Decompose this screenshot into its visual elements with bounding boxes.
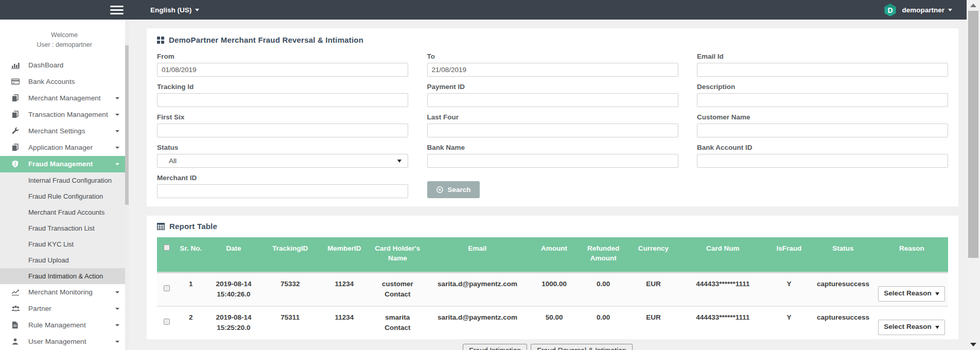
scrollbar-thumb[interactable] xyxy=(968,11,978,258)
cell-status: capturesuccess xyxy=(811,306,875,339)
chevron-down-icon xyxy=(935,292,939,295)
email-id-input[interactable] xyxy=(697,63,948,77)
bank-account-id-input[interactable] xyxy=(697,154,948,168)
table-row: 2 2019-08-14 15:25:20.0 75311 11234 smar… xyxy=(157,306,948,339)
last-four-input[interactable] xyxy=(427,124,678,137)
col-currency: Currency xyxy=(628,237,678,272)
to-input[interactable] xyxy=(427,63,678,77)
sidebar-item-label: Bank Accounts xyxy=(28,78,75,85)
from-input[interactable] xyxy=(157,63,408,77)
status-select[interactable]: All xyxy=(157,154,408,168)
fraud-reversal-intimation-button[interactable]: Fraud Reversal & Intimation xyxy=(531,344,633,350)
cell-status: capturesuccess xyxy=(811,272,875,306)
customer-name-label: Customer Name xyxy=(697,113,948,121)
sidebar-item-dashboard[interactable]: DashBoard xyxy=(0,57,129,74)
scroll-up-arrow-icon[interactable] xyxy=(970,4,976,7)
chevron-down-icon xyxy=(115,147,119,149)
language-selector[interactable]: English (US) xyxy=(150,6,199,14)
cell-amount: 50.00 xyxy=(530,306,579,339)
reason-select[interactable]: Select Reason xyxy=(878,320,945,335)
sidebar-item-label: User Management xyxy=(28,338,86,345)
bar-chart-icon xyxy=(11,61,21,69)
reason-select[interactable]: Select Reason xyxy=(878,286,945,302)
cell-sr-no: 1 xyxy=(177,272,205,306)
chevron-down-icon xyxy=(115,130,119,132)
cell-date: 2019-08-14 15:25:20.0 xyxy=(205,306,262,339)
sidebar-item-merchant-monitoring[interactable]: Merchant Monitoring xyxy=(0,284,129,301)
tracking-id-input[interactable] xyxy=(157,93,408,107)
chevron-down-icon xyxy=(195,9,199,11)
sidebar-scrollbar[interactable] xyxy=(125,20,129,350)
cell-card-num: 444433******1111 xyxy=(678,306,767,339)
chevron-down-icon xyxy=(115,341,119,343)
sidebar-item-rule-management[interactable]: Rule Management xyxy=(0,317,129,334)
select-all-checkbox[interactable] xyxy=(164,244,170,251)
bank-account-id-label: Bank Account ID xyxy=(697,144,948,151)
hamburger-menu-icon[interactable] xyxy=(110,4,124,16)
sidebar-item-label: Partner xyxy=(28,305,51,312)
sidebar-subitem-merchant-fraud-accounts[interactable]: Merchant Fraud Accounts xyxy=(0,204,129,220)
field-to: To xyxy=(427,52,678,77)
select-all-header xyxy=(157,237,177,272)
col-status: Status xyxy=(811,237,875,272)
username-label: demopartner xyxy=(902,6,944,14)
cell-date: 2019-08-14 15:40:26.0 xyxy=(205,272,262,306)
merchant-id-input[interactable] xyxy=(157,184,408,198)
cell-member-id: 11234 xyxy=(319,306,370,339)
field-last-four: Last Four xyxy=(427,113,678,137)
sidebar-item-bank-accounts[interactable]: Bank Accounts xyxy=(0,74,129,90)
customer-name-input[interactable] xyxy=(697,124,948,137)
scroll-down-arrow-icon[interactable] xyxy=(970,343,976,346)
cell-is-fraud: Y xyxy=(767,272,811,306)
first-six-input[interactable] xyxy=(157,124,408,137)
report-table-title: Report Table xyxy=(157,222,948,231)
status-label: Status xyxy=(157,144,408,151)
search-button[interactable]: Search xyxy=(427,181,480,198)
sidebar-subitem-internal-fraud-configuration[interactable]: Internal Fraud Configuration xyxy=(0,172,129,188)
sidebar-scrollbar-thumb[interactable] xyxy=(125,45,129,205)
payment-id-input[interactable] xyxy=(427,93,678,107)
language-label: English (US) xyxy=(150,6,191,14)
fraud-intimation-button[interactable]: Fraud Intimation xyxy=(463,344,527,350)
sidebar-item-partner[interactable]: Partner xyxy=(0,301,129,317)
cell-refunded-amount: 0.00 xyxy=(579,272,628,306)
sidebar-item-merchant-settings[interactable]: Merchant Settings xyxy=(0,123,129,139)
field-from: From xyxy=(157,52,408,77)
sidebar-item-label: Merchant Settings xyxy=(28,127,85,135)
sidebar-subitem-fraud-intimation-action[interactable]: Fraud Intimation & Action xyxy=(0,268,129,284)
cell-tracking-id: 75311 xyxy=(262,306,319,339)
cell-currency: EUR xyxy=(628,306,678,339)
col-card-holder: Card Holder's Name xyxy=(370,237,425,272)
credit-card-icon xyxy=(11,78,21,85)
from-label: From xyxy=(157,52,408,60)
sidebar-item-label: Transaction Management xyxy=(28,111,108,118)
sidebar-item-transaction-management[interactable]: Transaction Management xyxy=(0,107,129,123)
main-content: DemoPartner Merchant Fraud Reversal & In… xyxy=(129,20,967,350)
sidebar-subitem-fraud-rule-configuration[interactable]: Fraud Rule Configuration xyxy=(0,188,129,204)
chevron-down-icon xyxy=(115,324,119,326)
sidebar-subitem-fraud-transaction-list[interactable]: Fraud Transaction List xyxy=(0,220,129,236)
field-status: Status All xyxy=(157,144,408,168)
window-scrollbar[interactable] xyxy=(967,0,980,350)
shield-icon xyxy=(11,160,21,168)
cell-sr-no: 2 xyxy=(177,306,205,339)
page-title: DemoPartner Merchant Fraud Reversal & In… xyxy=(157,36,948,44)
sidebar-subitem-fraud-upload[interactable]: Fraud Upload xyxy=(0,252,129,268)
fraud-search-panel: DemoPartner Merchant Fraud Reversal & In… xyxy=(147,28,958,206)
sidebar-item-application-manager[interactable]: Application Manager xyxy=(0,139,129,156)
sidebar-item-user-management[interactable]: User Management xyxy=(0,334,129,350)
sidebar-subitem-fraud-kyc-list[interactable]: Fraud KYC List xyxy=(0,236,129,252)
row-checkbox[interactable] xyxy=(164,285,170,291)
sidebar-item-fraud-management[interactable]: Fraud Management xyxy=(0,156,129,172)
cell-refunded-amount: 0.00 xyxy=(579,306,628,339)
table-header-row: Sr. No. Date TrackingID MemberID Card Ho… xyxy=(157,237,948,272)
chevron-down-icon xyxy=(935,326,939,329)
top-navbar: English (US) D demopartner xyxy=(0,0,967,20)
description-input[interactable] xyxy=(697,93,948,107)
merchant-id-label: Merchant ID xyxy=(157,174,408,182)
bank-name-input[interactable] xyxy=(427,154,678,168)
user-menu[interactable]: D demopartner xyxy=(883,3,952,17)
sidebar-item-merchant-management[interactable]: Merchant Management xyxy=(0,90,129,107)
email-id-label: Email Id xyxy=(697,52,948,60)
row-checkbox[interactable] xyxy=(164,319,170,325)
